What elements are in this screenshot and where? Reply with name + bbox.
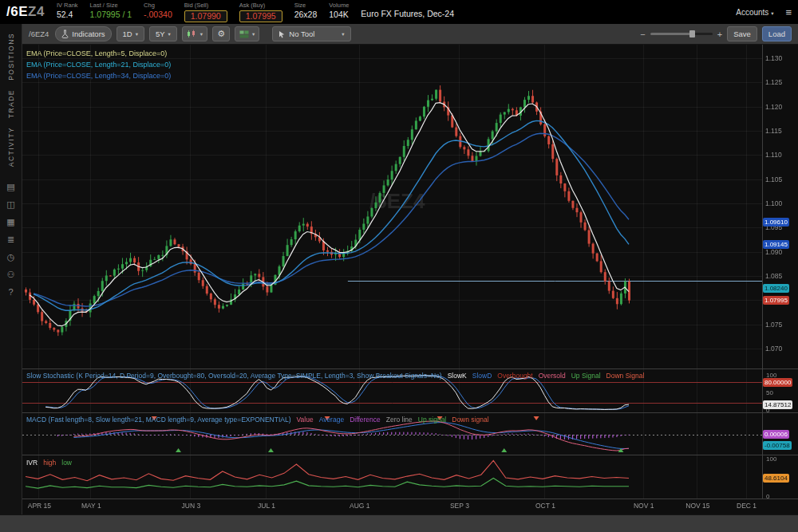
clock-icon[interactable]: ◷ [7,252,15,262]
x-axis-label: AUG 1 [346,502,373,510]
macd-study-label-item: Average [319,416,345,424]
price-axis-tick: 1.125 [765,78,782,86]
notes-icon[interactable]: ▤ [6,182,14,191]
drawing-tool-dropdown[interactable]: No Tool▾ [272,26,350,41]
ledger-icon[interactable]: ≣ [7,234,14,244]
bid-field: Bid (Sell) 1.07990 [184,2,227,22]
symbol-title: /6EZ4 [6,4,45,20]
change-label: Chg [144,2,172,10]
stoch-axis-tick: 50 [766,389,773,396]
chevron-down-icon: ▾ [136,31,138,37]
sidebar-icons: ▤◫▦≣◷⚇? [6,178,14,301]
size-value: 26x28 [294,10,318,20]
aggregation-dropdown[interactable]: 1D▾ [117,26,144,41]
x-axis-label: DEC 1 [733,502,760,510]
sidebar-tab-positions[interactable]: POSITIONS [7,33,15,81]
layout-grid-icon [239,30,249,38]
zoom-out-button[interactable]: − [640,30,645,39]
macd-bubble: 0.00006 [763,430,789,439]
monitor-icon[interactable]: ◫ [6,199,14,209]
chart-layout-dropdown[interactable]: ▾ [235,26,259,41]
left-sidebar: POSITIONS TRADE ACTIVITY ▤◫▦≣◷⚇? [0,24,22,514]
study-label-ema: EMA (Price=CLOSE, Length=34, Displace=0) [26,72,171,80]
ivr-bubble: 48.6104 [763,474,789,483]
load-button[interactable]: Load [762,26,792,41]
price-bubble: 1.07995 [763,296,789,305]
chart-type-dropdown[interactable]: ▾ [182,26,207,41]
price-axis-tick: 1.115 [765,127,782,135]
gear-icon: ⚙ [217,29,225,39]
ask-label: Ask (Buy) [239,2,282,10]
volume-value: 104K [329,10,349,20]
price-bubble: 1.08240 [763,284,789,293]
sidebar-tab-trade[interactable]: TRADE [7,89,15,118]
iv-rank-label: IV Rank [57,2,78,10]
stoch-study-label-item: Oversold [539,372,566,380]
macd-study-label-item: Zero line [386,416,413,424]
stoch-study-label-item: Down Signal [606,372,645,380]
volume-field: Volume 104K [329,2,349,20]
bid-button[interactable]: 1.07990 [184,10,227,22]
price-axis-tick: 1.070 [765,345,782,353]
zoom-control: − + [640,30,722,39]
indicators-button[interactable]: Indicators [55,26,111,41]
candlestick-chart-icon [187,30,197,38]
zoom-in-button[interactable]: + [717,30,722,39]
users-icon[interactable]: ⚇ [7,270,15,279]
quote-header: /6EZ4 IV Rank 52.4 Last / Size 1.07995 /… [0,0,798,24]
macd-study-label: MACD (Fast length=8, Slow length=21, MAC… [26,416,495,424]
cursor-icon [279,30,286,38]
symbol-suffix: Z4 [28,4,45,19]
macd-study-label-item: Down signal [452,416,488,424]
chevron-down-icon: ▾ [168,31,171,37]
price-chart-canvas[interactable] [22,45,798,514]
save-button[interactable]: Save [727,26,757,41]
ivr-axis-tick: 100 [766,455,776,463]
chevron-down-icon: ▾ [200,31,203,37]
price-axis-tick: 1.100 [765,199,782,207]
x-axis-label: SEP 3 [446,502,473,510]
ask-button[interactable]: 1.07995 [239,10,282,22]
zoom-slider[interactable] [650,33,713,35]
hamburger-menu-icon[interactable]: ≡ [785,6,792,18]
stoch-study-label-item: Up Signal [571,372,601,380]
stoch-study-label-item: SlowD [472,372,492,380]
macd-study-label-item: Value [297,416,314,424]
x-axis-label: MAY 1 [77,502,105,510]
chart-toolbar: /6EZ4 Indicators 1D▾ 5Y▾ ▾ ⚙ ▾ No Tool▾ … [22,24,798,45]
chevron-down-icon: ▾ [342,31,344,37]
macd-study-label-item: MACD (Fast length=8, Slow length=21, MAC… [26,416,291,424]
x-axis-label: APR 15 [26,502,53,510]
flask-icon [61,30,69,38]
last-size-label: Last / Size [90,2,132,10]
iv-rank-field: IV Rank 52.4 [57,2,78,20]
zoom-slider-handle[interactable] [689,30,695,37]
price-axis-tick: 1.090 [765,248,782,256]
x-axis-label: JUL 1 [253,502,280,510]
size-field: Size 26x28 [294,2,318,20]
sidebar-tab-activity[interactable]: ACTIVITY [7,127,15,167]
price-axis-tick: 1.075 [765,321,782,329]
chart-symbol-label: /6EZ4 [29,30,49,38]
chevron-down-icon: ▾ [252,31,255,37]
help-icon[interactable]: ? [8,287,13,297]
range-dropdown[interactable]: 5Y▾ [149,26,177,41]
chart-settings-button[interactable]: ⚙ [212,26,230,41]
price-axis-tick: 1.085 [765,272,782,280]
chevron-down-icon: ▾ [771,10,773,16]
ask-field: Ask (Buy) 1.07995 [239,2,282,22]
ivr-study-label-item: IVR [26,459,38,467]
price-axis-tick: 1.120 [765,103,782,111]
contract-description: Euro FX Futures, Dec-24 [361,9,454,18]
bottom-status-strip [0,514,798,532]
macd-study-label-item: Difference [350,416,381,424]
ivr-axis-tick: 0 [766,493,769,500]
stoch-bubble: 14.87512 [763,400,792,409]
stoch-study-label-item: Slow Stochastic (K Period=14, D Period=9… [26,372,442,380]
symbol-root: /6E [6,4,28,19]
change-value: -.00340 [144,10,172,20]
accounts-dropdown[interactable]: Accounts ▾ [736,8,773,17]
watchlist-icon[interactable]: ▦ [6,217,14,227]
macd-study-label-item: Up signal [418,416,446,424]
x-axis-label: OCT 1 [531,502,559,510]
